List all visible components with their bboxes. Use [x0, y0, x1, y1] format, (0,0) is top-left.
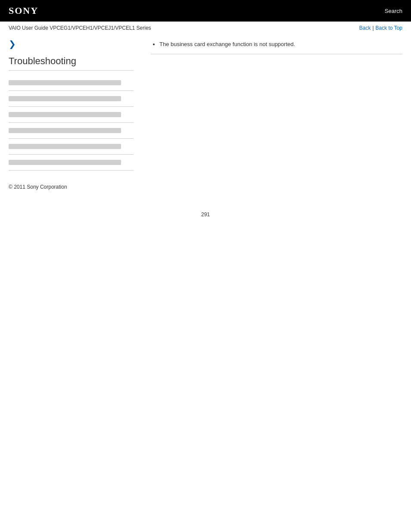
- back-to-top-link[interactable]: Back to Top: [376, 25, 402, 31]
- section-title: Troubleshooting: [9, 56, 134, 71]
- sidebar: ❯ Troubleshooting: [9, 39, 142, 171]
- sidebar-link-placeholder: [9, 80, 121, 85]
- back-link[interactable]: Back: [359, 25, 371, 31]
- list-item[interactable]: [9, 139, 134, 155]
- nav-separator: |: [372, 25, 374, 31]
- header: SONY Search: [0, 0, 411, 22]
- main-content: ❯ Troubleshooting The busi: [0, 34, 411, 175]
- sidebar-link-placeholder: [9, 160, 121, 165]
- bullet-list: The business card exchange function is n…: [151, 41, 402, 47]
- breadcrumb-text: VAIO User Guide VPCEG1/VPCEH1/VPCEJ1/VPC…: [9, 25, 151, 31]
- sony-logo: SONY: [9, 5, 38, 16]
- list-item[interactable]: [9, 91, 134, 107]
- footer: © 2011 Sony Corporation: [0, 175, 411, 194]
- bullet-item: The business card exchange function is n…: [159, 41, 402, 47]
- chevron-right-icon: ❯: [9, 39, 134, 49]
- list-item[interactable]: [9, 75, 134, 91]
- sidebar-link-placeholder: [9, 144, 121, 149]
- search-button[interactable]: Search: [385, 8, 402, 14]
- sidebar-link-placeholder: [9, 96, 121, 101]
- list-item[interactable]: [9, 107, 134, 123]
- breadcrumb-nav: Back | Back to Top: [359, 25, 402, 31]
- copyright-text: © 2011 Sony Corporation: [9, 184, 67, 190]
- content-divider: [151, 54, 402, 54]
- list-item[interactable]: [9, 123, 134, 139]
- sidebar-links: [9, 75, 134, 171]
- breadcrumb-bar: VAIO User Guide VPCEG1/VPCEH1/VPCEJ1/VPC…: [0, 22, 411, 34]
- content-area: The business card exchange function is n…: [142, 39, 402, 171]
- sidebar-link-placeholder: [9, 128, 121, 133]
- sidebar-link-placeholder: [9, 112, 121, 117]
- page-number: 291: [0, 212, 411, 226]
- list-item[interactable]: [9, 155, 134, 171]
